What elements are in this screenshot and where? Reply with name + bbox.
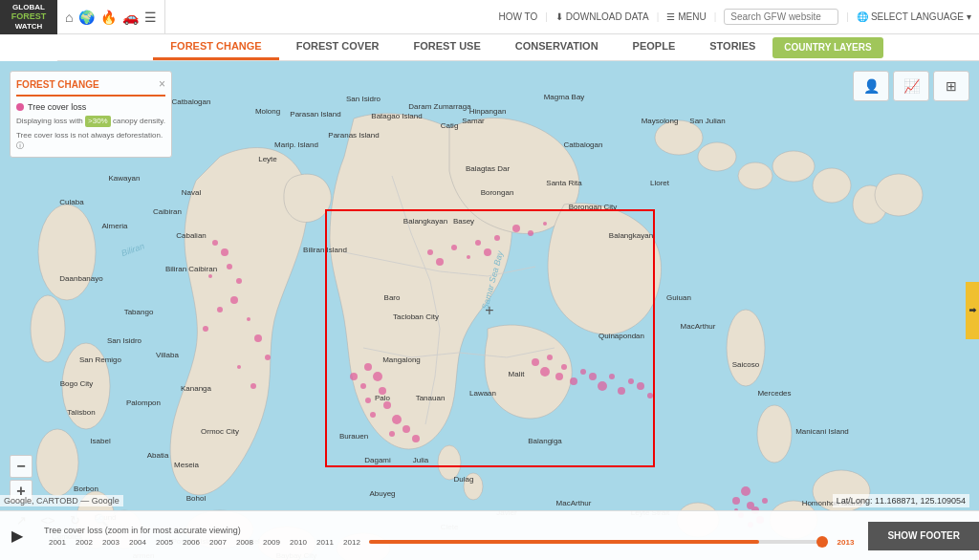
close-button[interactable]: ×	[159, 77, 165, 91]
svg-point-72	[543, 222, 547, 226]
svg-text:Parasan Island: Parasan Island	[290, 110, 340, 118]
svg-point-38	[373, 372, 382, 381]
top-navigation: GLOBAL FOREST WATCH ⌂ 🌍 🔥 🚗 ☰ HOW TO | ⬇…	[0, 0, 979, 34]
fire-icon[interactable]: 🔥	[100, 10, 117, 25]
car-icon[interactable]: 🚗	[122, 10, 139, 25]
logo-line2: FOREST	[11, 11, 47, 22]
timeline-track[interactable]	[369, 540, 828, 544]
svg-point-41	[383, 401, 391, 409]
svg-text:Borongan: Borongan	[481, 188, 514, 197]
menu-link[interactable]: ☰ MENU	[666, 11, 706, 22]
svg-text:Catbalogan: Catbalogan	[564, 140, 603, 149]
year-2008: 2008	[231, 538, 258, 547]
panel-deforestation-note: Tree cover loss is not always deforestat…	[16, 131, 165, 151]
svg-text:Balagtas Dar: Balagtas Dar	[466, 164, 511, 173]
svg-text:Almeria: Almeria	[101, 222, 128, 230]
legend-label: Tree cover loss	[28, 102, 86, 112]
svg-point-48	[350, 373, 358, 380]
svg-point-45	[389, 431, 395, 437]
tab-conservation[interactable]: CONSERVATION	[498, 34, 616, 60]
language-selector[interactable]: 🌐 SELECT LANGUAGE ▾	[857, 11, 971, 22]
svg-text:Culaba: Culaba	[59, 198, 84, 206]
svg-text:Burauen: Burauen	[339, 432, 368, 441]
home-icon[interactable]: ⌂	[65, 10, 73, 25]
chart-icon: 📈	[903, 78, 920, 94]
svg-point-58	[609, 374, 615, 379]
svg-text:Borbon: Borbon	[74, 485, 98, 493]
year-2005: 2005	[151, 538, 178, 547]
svg-text:Kananga: Kananga	[181, 384, 212, 393]
svg-point-43	[392, 415, 402, 424]
svg-point-70	[512, 225, 520, 232]
how-to-link[interactable]: HOW TO	[498, 11, 537, 22]
zoom-out-button[interactable]: −	[10, 455, 33, 478]
tab-forest-use[interactable]: FOREST USE	[397, 34, 498, 60]
svg-point-60	[628, 378, 634, 384]
svg-text:Basey: Basey	[453, 217, 474, 226]
layers-icon: ⊞	[946, 78, 957, 94]
tab-forest-cover[interactable]: FOREST COVER	[279, 34, 397, 60]
coordinates-display: Lat/Long: 11.168871, 125.109054	[833, 494, 969, 507]
svg-point-10	[727, 310, 765, 386]
page-navigation: FOREST CHANGE FOREST COVER FOREST USE CO…	[57, 34, 979, 61]
globe-icon[interactable]: 🌍	[78, 10, 95, 25]
info-icon[interactable]: ⓘ	[16, 141, 24, 150]
svg-text:San Isidro: San Isidro	[107, 336, 142, 345]
svg-text:Maysolong: Maysolong	[642, 117, 679, 125]
svg-point-42	[370, 412, 376, 418]
list-icon[interactable]: ☰	[144, 10, 157, 25]
density-badge: >30%	[85, 116, 111, 127]
timeline-thumb[interactable]	[816, 536, 828, 548]
timeline-years: 2001 2002 2003 2004 2005 2006 2007 2008 …	[44, 538, 859, 547]
svg-point-65	[451, 245, 457, 250]
chart-button[interactable]: 📈	[893, 71, 929, 101]
svg-point-49	[532, 358, 539, 366]
svg-point-33	[254, 334, 262, 342]
year-2009: 2009	[258, 538, 285, 547]
svg-point-63	[427, 249, 433, 255]
year-2004: 2004	[124, 538, 151, 547]
logo[interactable]: GLOBAL FOREST WATCH	[0, 0, 57, 34]
search-input[interactable]	[724, 9, 838, 25]
svg-text:Hinpangan: Hinpangan	[469, 107, 507, 116]
tool-buttons: 👤 📈 ⊞	[853, 71, 969, 101]
svg-point-35	[237, 365, 241, 369]
svg-point-62	[647, 393, 653, 398]
year-2007: 2007	[205, 538, 231, 547]
svg-text:Tabango: Tabango	[124, 308, 154, 316]
svg-text:Caibiran: Caibiran	[153, 207, 182, 216]
panel-header: FOREST CHANGE ×	[16, 77, 165, 97]
svg-text:Catbalogan: Catbalogan	[172, 97, 211, 106]
svg-point-52	[555, 373, 563, 380]
show-footer-button[interactable]: SHOW FOOTER	[868, 522, 979, 550]
layers-button[interactable]: ⊞	[933, 71, 969, 101]
year-2003: 2003	[98, 538, 124, 547]
svg-text:Isabel: Isabel	[90, 437, 111, 445]
svg-text:Samar: Samar	[462, 117, 485, 125]
svg-text:Paranas Island: Paranas Island	[328, 131, 379, 140]
svg-text:Saicoso: Saicoso	[732, 360, 760, 369]
svg-text:Leyte: Leyte	[258, 155, 277, 163]
svg-point-37	[364, 363, 372, 371]
svg-point-36	[250, 383, 256, 389]
svg-point-40	[365, 398, 371, 403]
tab-stories[interactable]: STORIES	[692, 34, 772, 60]
svg-point-69	[494, 235, 500, 241]
svg-text:Balangkayan: Balangkayan	[403, 217, 447, 226]
play-button[interactable]: ▶	[0, 511, 34, 561]
svg-text:Baro: Baro	[384, 293, 401, 302]
analysis-button[interactable]: 👤	[853, 71, 889, 101]
svg-text:Marip. Island: Marip. Island	[274, 140, 318, 149]
yellow-side-button[interactable]: ⬆	[966, 282, 979, 339]
tab-forest-change[interactable]: FOREST CHANGE	[153, 34, 278, 60]
timeline-title: Tree cover loss (zoom in for most accura…	[44, 526, 859, 535]
country-layers-button[interactable]: COUNTRY LAYERS	[772, 37, 882, 58]
svg-text:Lawaan: Lawaan	[469, 389, 496, 398]
svg-point-54	[570, 377, 577, 385]
tab-people[interactable]: PEOPLE	[616, 34, 693, 60]
svg-text:Balangkayan: Balangkayan	[609, 231, 653, 240]
svg-point-66	[467, 255, 470, 259]
download-link[interactable]: ⬇ DOWNLOAD DATA	[555, 11, 649, 22]
svg-point-28	[236, 278, 242, 284]
svg-text:Meseia: Meseia	[174, 461, 199, 469]
